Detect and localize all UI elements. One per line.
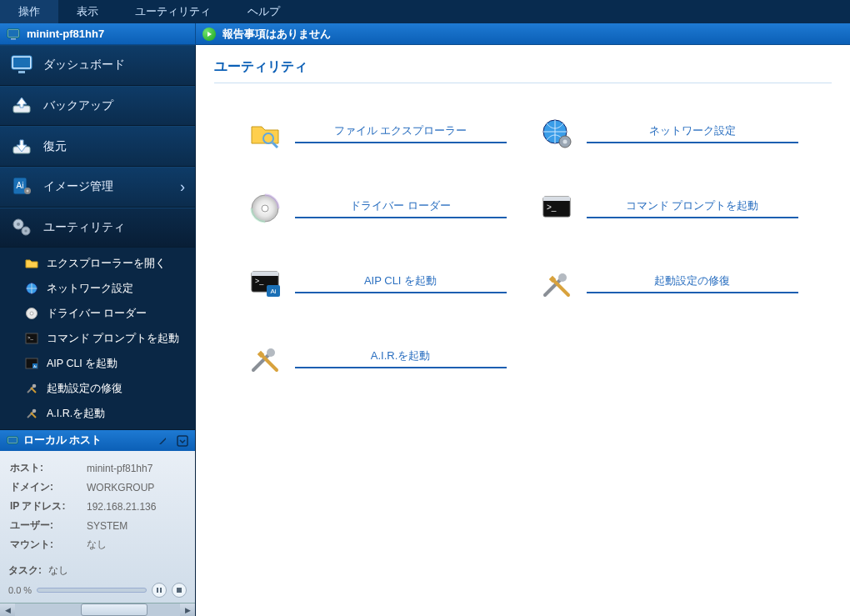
row-host: ホスト:minint-pf81hh7 [10,459,185,477]
globe-icon [25,282,38,295]
svg-rect-5 [18,71,25,73]
monitor-icon [10,53,33,77]
util-driver-loader[interactable]: ドライバー ローダー [248,192,507,225]
svg-point-15 [24,229,27,232]
sidebar: ダッシュボード バックアップ 復元 Ai イメージ管理 › ユーティリ [0,45,196,616]
menu-operations[interactable]: 操作 [0,0,58,23]
util-repair-boot[interactable]: 起動設定の修復 [540,267,798,300]
nav-image-management[interactable]: Ai イメージ管理 › [0,167,195,208]
menu-view[interactable]: 表示 [58,0,117,23]
nav-backup-label: バックアップ [43,98,113,113]
globe-gear-icon [540,117,573,150]
row-user: ユーザー:SYSTEM [10,517,185,534]
sub-launch-aip-cli[interactable]: Ai AIP CLI を起動 [0,351,195,376]
nav-backup[interactable]: バックアップ [0,86,195,127]
row-domain: ドメイン:WORKGROUP [10,478,185,496]
content-title: ユーティリティ [214,53,832,83]
sidebar-scrollbar[interactable]: ◀ ▶ [0,603,195,616]
utilities-submenu: エクスプローラーを開く ネットワーク設定 ドライバー ローダー >_ コマンド … [0,248,195,430]
svg-point-48 [267,348,275,357]
pin-button[interactable] [155,433,170,448]
task-bar: タスク: なし [8,563,187,578]
sub-network-settings-label: ネットワーク設定 [47,282,133,296]
svg-point-18 [30,312,33,315]
svg-rect-29 [157,588,158,593]
svg-rect-30 [160,588,162,593]
tools-icon [248,342,282,375]
folder-icon [25,257,38,270]
tools-icon [25,407,38,420]
nav-dashboard-label: ダッシュボード [43,58,125,73]
svg-text:>_: >_ [547,203,557,212]
nav-utilities[interactable]: ユーティリティ [0,208,195,248]
util-file-explorer[interactable]: ファイル エクスプローラー [248,117,507,150]
task-value: なし [48,563,68,578]
sub-driver-loader[interactable]: ドライバー ローダー [0,301,195,326]
svg-point-24 [32,384,37,388]
util-file-explorer-label: ファイル エクスプローラー [295,123,507,143]
info-bar: minint-pf81hh7 報告事項はありません [0,23,850,45]
sub-repair-boot[interactable]: 起動設定の修復 [0,376,195,401]
host-icon [7,435,18,447]
svg-point-11 [27,190,29,193]
pause-button[interactable] [152,583,167,598]
scroll-right-button[interactable]: ▶ [180,603,195,616]
tools-icon [25,382,38,395]
svg-rect-42 [252,272,278,276]
folder-search-icon [248,117,282,150]
sub-network-settings[interactable]: ネットワーク設定 [0,276,195,301]
localhost-info-table: ホスト:minint-pf81hh7 ドメイン:WORKGROUP IP アドレ… [8,458,187,555]
menu-utilities[interactable]: ユーティリティ [117,0,229,23]
nav-utilities-label: ユーティリティ [43,220,125,235]
utilities-grid: ファイル エクスプローラー ネットワーク設定 ドライバー ローダー >_ コマン… [248,117,798,375]
nav-dashboard[interactable]: ダッシュボード [0,45,195,86]
nav-restore[interactable]: 復元 [0,126,195,167]
util-launch-aip-cli[interactable]: >_Ai AIP CLI を起動 [248,267,507,300]
sub-launch-cmd-label: コマンド プロンプトを起動 [47,332,179,346]
scroll-thumb[interactable] [81,603,148,616]
menu-help[interactable]: ヘルプ [229,0,298,23]
svg-text:Ai: Ai [270,288,276,295]
disc-icon [25,307,38,320]
scroll-track[interactable] [15,603,180,616]
svg-point-35 [562,140,567,144]
progress-line: 0.0 % [8,583,187,598]
util-launch-aip-cli-label: AIP CLI を起動 [295,273,507,293]
svg-rect-1 [8,30,18,37]
collapse-button[interactable] [175,433,190,448]
util-network-settings[interactable]: ネットワーク設定 [540,117,798,150]
util-launch-air[interactable]: A.I.R.を起動 [248,342,507,375]
terminal-icon: >_ [540,192,573,225]
progress-text: 0.0 % [8,585,32,595]
status-text: 報告事項はありません [222,27,331,42]
svg-rect-28 [178,436,188,446]
tools-icon [540,267,573,300]
svg-rect-39 [543,197,570,201]
scroll-left-button[interactable]: ◀ [0,603,15,616]
image-mgmt-icon: Ai [10,175,33,198]
svg-rect-27 [8,438,17,443]
nav-restore-label: 復元 [43,139,67,154]
restore-icon [10,135,33,158]
util-launch-cmd[interactable]: >_ コマンド プロンプトを起動 [540,192,798,225]
host-name-label: minint-pf81hh7 [27,28,104,40]
sub-launch-aip-cli-label: AIP CLI を起動 [47,357,118,371]
svg-rect-4 [13,58,30,68]
host-icon [7,28,20,41]
status-segment: 報告事項はありません [196,23,850,44]
util-launch-air-label: A.I.R.を起動 [295,348,507,368]
util-repair-boot-label: 起動設定の修復 [587,273,798,293]
row-mount: マウント:なし [10,536,185,553]
stop-button[interactable] [172,583,187,598]
localhost-panel-body: ホスト:minint-pf81hh7 ドメイン:WORKGROUP IP アドレ… [0,451,195,603]
host-segment: minint-pf81hh7 [0,23,196,44]
svg-text:Ai: Ai [17,181,24,190]
sub-launch-air[interactable]: A.I.R.を起動 [0,401,195,426]
svg-text:>_: >_ [255,277,264,285]
svg-point-25 [32,409,37,413]
sub-open-explorer[interactable]: エクスプローラーを開く [0,251,195,276]
localhost-panel-title: ローカル ホスト [23,433,102,448]
row-ip: IP アドレス:192.168.21.136 [10,498,185,515]
util-driver-loader-label: ドライバー ローダー [295,198,507,218]
sub-launch-cmd[interactable]: >_ コマンド プロンプトを起動 [0,326,195,351]
